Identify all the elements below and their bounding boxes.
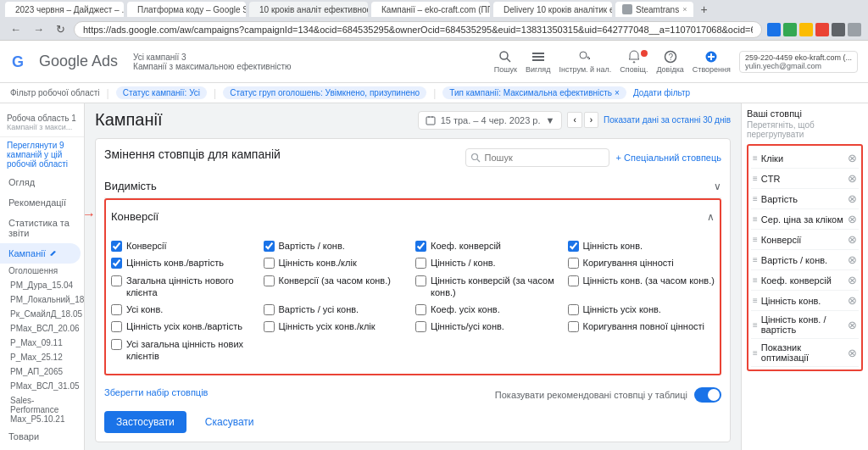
conv-check-value-per[interactable] bbox=[415, 258, 426, 269]
conv-check-all-value[interactable] bbox=[568, 304, 579, 315]
apply-button[interactable]: Застосувати bbox=[104, 411, 186, 433]
sidebar-item-recommendations[interactable]: Рекомендації bbox=[0, 192, 81, 213]
add-filter-button[interactable]: Додати фільтр bbox=[633, 88, 690, 97]
campaign-item-8[interactable]: Sales-Performance Max_P5.10.21 bbox=[0, 393, 84, 426]
ad-group-filter-chip[interactable]: Статус груп оголошень: Увімкнено, призуп… bbox=[223, 86, 426, 99]
status-filter-chip[interactable]: Статус кампанії: Усі bbox=[116, 86, 207, 99]
conv-checkbox-all-value-cost[interactable]: Цінність усіх конв./вартість bbox=[111, 320, 259, 332]
conv-checkbox-all-value-per[interactable]: Цінність/усі конв. bbox=[415, 320, 563, 332]
conv-checkbox-conv-rate[interactable]: Коеф. конверсій bbox=[415, 240, 563, 252]
cancel-button[interactable]: Скасувати bbox=[193, 411, 266, 433]
conv-checkbox-all-rate[interactable]: Коеф. усіх конв. bbox=[415, 303, 563, 315]
conv-check-all-rate[interactable] bbox=[415, 304, 426, 315]
drag-value-conv[interactable]: ≡ bbox=[753, 320, 758, 330]
show-30-days-link[interactable]: Показати дані за останні 30 днів bbox=[604, 115, 731, 125]
drag-conv-value[interactable]: ≡ bbox=[753, 296, 758, 305]
conv-checkbox-conv-time[interactable]: Конверсії (за часом конв.) bbox=[264, 275, 411, 299]
campaign-item-3[interactable]: PMax_ВСЛ_20.06 bbox=[0, 321, 84, 336]
dialog-search-input[interactable] bbox=[465, 148, 609, 167]
drag-ctr[interactable]: ≡ bbox=[753, 174, 758, 183]
conv-checkbox-all-value[interactable]: Цінність усіх конв. bbox=[568, 303, 715, 315]
conv-check-value-adj[interactable] bbox=[568, 258, 579, 269]
create-action-button[interactable]: Створення bbox=[693, 50, 731, 74]
tab-6[interactable]: Steamtrans × bbox=[615, 2, 693, 17]
conv-check-cost-conv[interactable] bbox=[264, 241, 275, 252]
tab-4[interactable]: Кампанії – eko-craft.com (ПП... × bbox=[371, 2, 490, 17]
drag-cost-conv[interactable]: ≡ bbox=[753, 255, 758, 264]
campaign-item-7[interactable]: PMax_ВСЛ_31.05 bbox=[0, 379, 84, 393]
sidebar-item-goods[interactable]: Товари bbox=[0, 426, 81, 447]
conv-check-all-cost[interactable] bbox=[264, 304, 275, 315]
conv-check-value-conv-time[interactable] bbox=[415, 275, 426, 286]
drag-conv-rate[interactable]: ≡ bbox=[753, 275, 758, 285]
campaign-item-5[interactable]: P_Max_25.12 bbox=[0, 350, 84, 364]
drag-clicks[interactable]: ≡ bbox=[753, 153, 758, 163]
campaign-type-filter-close[interactable]: × bbox=[615, 88, 620, 97]
drag-conversions[interactable]: ≡ bbox=[753, 235, 758, 244]
conv-checkbox-conversions[interactable]: Конверсії bbox=[111, 240, 259, 252]
conv-checkbox-cost-conv[interactable]: Вартість / конв. bbox=[264, 240, 411, 252]
conv-check-value-conv[interactable] bbox=[111, 258, 122, 269]
tab-6-close[interactable]: × bbox=[682, 5, 687, 14]
conv-check-full-adj[interactable] bbox=[568, 321, 579, 332]
campaign-item-0[interactable]: PM_Дура_15.04 bbox=[0, 278, 84, 292]
col-remove-conv-value[interactable]: ⊗ bbox=[848, 294, 857, 307]
visibility-section-header[interactable]: Видимість ∨ bbox=[104, 175, 721, 198]
col-remove-clicks[interactable]: ⊗ bbox=[848, 152, 857, 164]
tab-1[interactable]: 2023 червня – Дайджест – ... × bbox=[5, 2, 124, 17]
search-action-button[interactable]: Пошук bbox=[494, 50, 517, 74]
conv-checkbox-total-new[interactable]: Загальна цінність нового клієнта bbox=[111, 275, 259, 299]
notify-action-button[interactable]: Сповіщ. bbox=[620, 50, 648, 74]
conv-checkbox-full-adj[interactable]: Коригування повної цінності bbox=[568, 320, 715, 332]
tab-3[interactable]: 10 кроків аналіт ефективнос... × bbox=[249, 2, 368, 17]
conv-checkbox-value-per[interactable]: Цінність / конв. bbox=[415, 257, 563, 269]
conv-checkbox-conv-value[interactable]: Цінність конв. bbox=[568, 240, 715, 252]
view-action-button[interactable]: Вигляд bbox=[526, 50, 551, 74]
sidebar-item-ad-groups[interactable]: Оголошення bbox=[0, 264, 84, 278]
tab-5[interactable]: Delivery 10 кроків аналітик є... × bbox=[493, 2, 612, 17]
conv-check-all-value-click[interactable] bbox=[264, 321, 275, 332]
conv-check-all-value-per[interactable] bbox=[415, 321, 426, 332]
help-action-button[interactable]: ? Довідка bbox=[656, 50, 683, 74]
drag-cost[interactable]: ≡ bbox=[753, 194, 758, 203]
drag-avg-cpc[interactable]: ≡ bbox=[753, 214, 758, 224]
conv-checkbox-total-new-client[interactable]: Усі загальна цінність нових клієнтів bbox=[111, 338, 259, 363]
col-remove-avg-cpc[interactable]: ⊗ bbox=[848, 213, 857, 225]
campaign-item-2[interactable]: Рк_СмайлД_18.05 bbox=[0, 307, 84, 321]
sidebar-item-content[interactable]: Контент bbox=[0, 447, 81, 450]
conv-checkbox-value-click[interactable]: Цінність конв./клік bbox=[264, 257, 411, 269]
conv-check-total-new-client[interactable] bbox=[111, 339, 122, 350]
col-remove-cost-conv[interactable]: ⊗ bbox=[848, 253, 857, 266]
sidebar-item-stats[interactable]: Статистика та звіти bbox=[0, 213, 81, 243]
conv-checkbox-value-conv-time[interactable]: Цінність конверсій (за часом конв.) bbox=[415, 275, 563, 299]
conv-check-all-conv[interactable] bbox=[111, 304, 122, 315]
tab-2[interactable]: Платформа коду – Google Sh... × bbox=[127, 2, 246, 17]
date-prev-button[interactable]: ‹ bbox=[567, 112, 581, 128]
col-remove-conv-rate[interactable]: ⊗ bbox=[848, 274, 857, 286]
conv-check-total-new[interactable] bbox=[111, 275, 122, 286]
sidebar-item-overview[interactable]: Огляд bbox=[0, 172, 81, 192]
col-remove-ctr[interactable]: ⊗ bbox=[848, 172, 857, 185]
tools-action-button[interactable]: Інструм. й нал. bbox=[559, 50, 612, 74]
conv-check-conv-value[interactable] bbox=[568, 241, 579, 252]
conv-checkbox-value-per-conv-time[interactable]: Цінність конв. (за часом конв.) bbox=[568, 275, 715, 299]
conv-checkbox-all-cost[interactable]: Вартість / усі конв. bbox=[264, 303, 411, 315]
col-remove-cost[interactable]: ⊗ bbox=[848, 192, 857, 205]
campaign-item-6[interactable]: РМ_АП_2065 bbox=[0, 364, 84, 379]
conversions-section-header[interactable]: Конверсії ∧ bbox=[111, 205, 715, 228]
back-button[interactable]: ← bbox=[7, 21, 25, 37]
conv-check-conversions[interactable] bbox=[111, 241, 122, 252]
drag-opt-score[interactable]: ≡ bbox=[753, 348, 758, 358]
campaign-item-1[interactable]: PM_Локальний_18.05.2... bbox=[0, 292, 84, 307]
conv-checkbox-all-conv[interactable]: Усі конв. bbox=[111, 303, 259, 315]
col-remove-opt-score[interactable]: ⊗ bbox=[848, 347, 857, 359]
conv-check-all-value-cost[interactable] bbox=[111, 321, 122, 332]
refresh-button[interactable]: ↻ bbox=[53, 21, 69, 37]
conv-check-value-per-conv-time[interactable] bbox=[568, 275, 579, 286]
new-tab-button[interactable]: + bbox=[697, 3, 710, 16]
conv-check-value-click[interactable] bbox=[264, 258, 275, 269]
forward-button[interactable]: → bbox=[30, 21, 47, 37]
date-range-picker[interactable]: 15 тра. – 4 чер. 2023 р. ▼ bbox=[418, 111, 563, 130]
campaign-type-filter-chip[interactable]: Тип кампанії: Максимальна ефективність × bbox=[442, 86, 626, 99]
user-info[interactable]: 259-220-4459 eko-kraft.com (... yulin.ye… bbox=[739, 51, 858, 73]
